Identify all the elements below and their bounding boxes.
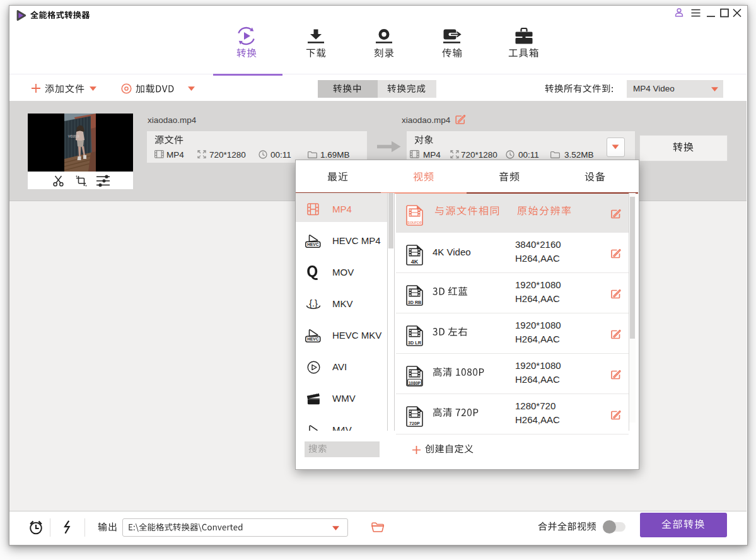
svg-text:HEVC: HEVC: [307, 337, 319, 341]
svg-text:1080P: 1080P: [409, 381, 421, 385]
svg-text:{.}: {.}: [309, 298, 318, 308]
svg-text:VID2019: VID2019: [68, 135, 79, 138]
svg-text:source: source: [407, 219, 422, 225]
svg-text:HEVC: HEVC: [307, 242, 319, 247]
svg-text:4K: 4K: [411, 259, 419, 265]
svg-text:3D RB: 3D RB: [408, 300, 422, 305]
svg-text:720P: 720P: [409, 421, 420, 426]
svg-text:3D LR: 3D LR: [408, 340, 422, 346]
